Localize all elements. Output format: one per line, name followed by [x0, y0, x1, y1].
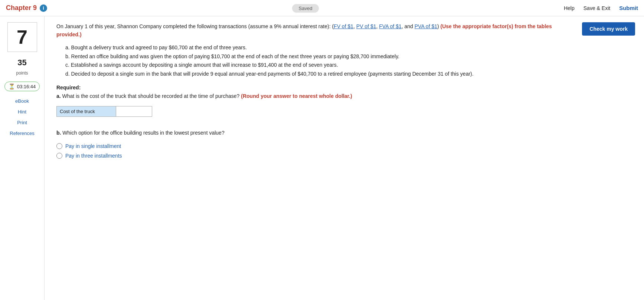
- header-right: Help Save & Exit Submit: [564, 5, 638, 11]
- main-layout: 7 35 points ⏳ 03:16:44 eBook Hint Print …: [0, 16, 644, 300]
- list-item: a. Bought a delivery truck and agreed to…: [62, 43, 632, 52]
- required-label: Required:: [56, 85, 632, 90]
- question-a-body: What is the cost of the truck that shoul…: [62, 93, 240, 99]
- sidebar-references-link[interactable]: References: [10, 129, 34, 137]
- question-b-text: b. Which option for the office building …: [56, 129, 632, 137]
- help-link[interactable]: Help: [564, 5, 575, 11]
- question-a-text: a. What is the cost of the truck that sh…: [56, 92, 632, 100]
- sidebar-ebook-link[interactable]: eBook: [15, 97, 29, 105]
- radio-option-1[interactable]: Pay in single installment: [56, 143, 632, 149]
- question-b-prefix: b.: [56, 130, 61, 136]
- link-pva1[interactable]: PVA of $1: [415, 23, 437, 29]
- points-value: 35: [17, 58, 26, 67]
- link-fv1[interactable]: FV of $1: [334, 23, 353, 29]
- app-header: Chapter 9 i Saved Help Save & Exit Submi…: [0, 0, 644, 16]
- link-pv1[interactable]: PV of $1: [356, 23, 376, 29]
- sidebar-hint-link[interactable]: Hint: [18, 108, 26, 116]
- radio-option-2[interactable]: Pay in three installments: [56, 153, 632, 159]
- header-left: Chapter 9 i: [6, 4, 47, 12]
- timer-icon: ⏳: [9, 83, 15, 89]
- chapter-title: Chapter 9: [6, 4, 37, 12]
- timer-box: ⏳ 03:16:44: [4, 82, 40, 91]
- list-item: c. Established a savings account by depo…: [62, 61, 632, 70]
- link-fva1[interactable]: FVA of $1: [379, 23, 401, 29]
- check-my-work-button[interactable]: Check my work: [582, 22, 635, 36]
- radio-single-installment[interactable]: [56, 143, 62, 149]
- radio-label-single[interactable]: Pay in single installment: [65, 143, 121, 149]
- question-number: 7: [17, 26, 27, 48]
- info-icon[interactable]: i: [40, 4, 47, 12]
- radio-three-installments[interactable]: [56, 153, 62, 159]
- saved-badge: Saved: [292, 4, 319, 13]
- table-row: Cost of the truck: [57, 106, 152, 117]
- question-a-prefix: a.: [56, 93, 61, 99]
- question-a-instruction: (Round your answer to nearest whole doll…: [241, 93, 352, 99]
- problem-intro: On January 1 of this year, Shannon Compa…: [56, 22, 573, 39]
- radio-label-three[interactable]: Pay in three installments: [65, 153, 122, 159]
- question-number-box: 7: [7, 22, 37, 52]
- transactions-list: a. Bought a delivery truck and agreed to…: [56, 43, 632, 79]
- cost-of-truck-input[interactable]: [119, 108, 149, 115]
- intro-text: On January 1 of this year, Shannon Compa…: [56, 23, 331, 29]
- save-exit-link[interactable]: Save & Exit: [583, 5, 610, 11]
- saved-badge-container: Saved: [292, 5, 319, 11]
- list-item: b. Rented an office building and was giv…: [62, 52, 632, 61]
- required-section: Required: a. What is the cost of the tru…: [56, 85, 632, 159]
- content-area: Check my work On January 1 of this year,…: [45, 16, 644, 300]
- question-b-body: Which option for the office building res…: [62, 130, 224, 136]
- points-label: points: [16, 70, 28, 76]
- sidebar-print-link[interactable]: Print: [17, 119, 27, 126]
- answer-input-cell[interactable]: [116, 106, 152, 117]
- list-item: d. Decided to deposit a single sum in th…: [62, 70, 632, 79]
- submit-button[interactable]: Submit: [619, 5, 638, 11]
- timer-text: 03:16:44: [17, 84, 36, 89]
- sidebar: 7 35 points ⏳ 03:16:44 eBook Hint Print …: [0, 16, 45, 300]
- answer-table: Cost of the truck: [56, 106, 152, 117]
- answer-label-cell: Cost of the truck: [57, 106, 116, 117]
